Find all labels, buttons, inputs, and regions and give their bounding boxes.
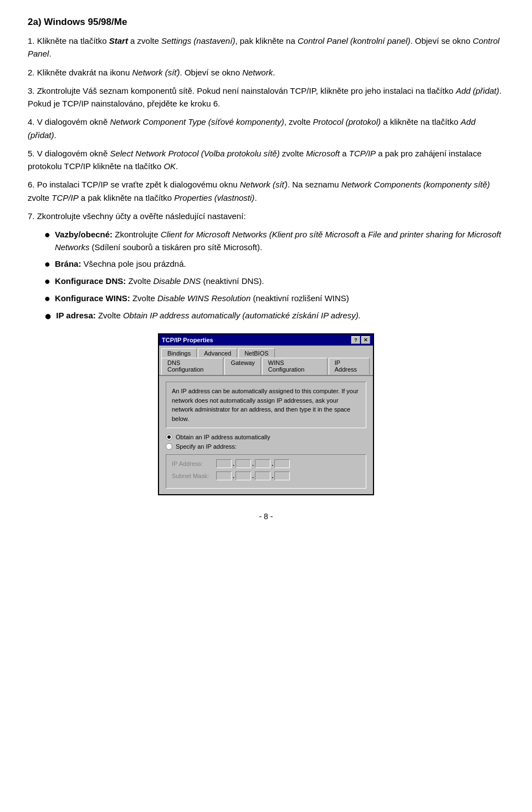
bullet-text-dns: Konfigurace DNS: Zvolte Disable DNS (nea… — [55, 275, 504, 287]
bullet-item-ip: ● IP adresa: Zvolte Obtain IP address au… — [44, 309, 504, 323]
ip-octet-1[interactable] — [216, 459, 232, 468]
subnet-mask-input: . . . — [216, 471, 290, 480]
help-button[interactable]: ? — [351, 336, 360, 344]
close-button[interactable]: ✕ — [361, 336, 370, 344]
tab-ip-address[interactable]: IP Address — [329, 358, 370, 375]
paragraph-7: 7. Zkontrolujte všechny účty a ověřte ná… — [28, 210, 504, 222]
dialog-title: TCP/IP Properties — [162, 337, 213, 343]
bullet-section: ● Vazby/obecné: Zkontrolujte Client for … — [44, 228, 504, 323]
ip-octet-4[interactable] — [274, 459, 290, 468]
tabs-row2: DNS Configuration Gateway WINS Configura… — [159, 358, 373, 376]
bullet-text-gateway: Brána: Všechna pole jsou prázdná. — [55, 257, 504, 270]
ip-address-row: IP Address: . . . — [172, 459, 360, 468]
subnet-dot-1: . — [233, 473, 234, 479]
ip-address-label: IP Address: — [172, 460, 216, 467]
subnet-octet-4[interactable] — [274, 471, 290, 480]
info-text-box: An IP address can be automatically assig… — [166, 382, 366, 428]
ip-octet-2[interactable] — [236, 459, 251, 468]
subnet-mask-row: Subnet Mask: . . . — [172, 471, 360, 480]
bullet-text-ip: IP adresa: Zvolte Obtain IP address auto… — [56, 309, 504, 322]
bullet-item-gateway: ● Brána: Všechna pole jsou prázdná. — [44, 257, 504, 271]
bullet-dot: ● — [44, 275, 50, 288]
radio-specify-ip[interactable] — [166, 443, 172, 450]
dialog-titlebar: TCP/IP Properties ? ✕ — [159, 334, 373, 346]
radio-auto-ip-label: Obtain an IP address automatically — [176, 434, 270, 440]
subnet-octet-3[interactable] — [255, 471, 270, 480]
ip-dot-3: . — [272, 460, 273, 467]
radio-row-auto: Obtain an IP address automatically — [166, 434, 366, 440]
tab-wins-configuration[interactable]: WINS Configuration — [262, 358, 328, 375]
tabs-row1: Bindings Advanced NetBIOS — [159, 346, 373, 359]
paragraph-4: 4. V dialogovém okně Network Component T… — [28, 115, 504, 141]
tabs-row1-container: Bindings Advanced NetBIOS — [159, 346, 373, 359]
ip-dot-1: . — [233, 460, 234, 467]
paragraph-3: 3. Zkontrolujte Váš seznam komponentů sí… — [28, 84, 504, 110]
dialog-body: An IP address can be automatically assig… — [159, 376, 373, 494]
radio-section: Obtain an IP address automatically Speci… — [166, 434, 366, 450]
tab-gateway[interactable]: Gateway — [224, 358, 260, 375]
subnet-dot-2: . — [252, 473, 254, 479]
ip-dot-2: . — [252, 460, 254, 467]
tab-dns-configuration[interactable]: DNS Configuration — [161, 358, 223, 375]
bullet-dot: ● — [44, 228, 50, 242]
bullet-text-wins: Konfigurace WINS: Zvolte Disable WINS Re… — [55, 292, 504, 304]
bullet-dot: ● — [44, 292, 50, 306]
bullet-dot: ● — [44, 257, 50, 271]
tab-bindings[interactable]: Bindings — [161, 348, 197, 358]
ip-input-section: IP Address: . . . Subnet Ma — [166, 454, 366, 489]
bullet-item-dns: ● Konfigurace DNS: Zvolte Disable DNS (n… — [44, 275, 504, 288]
tabs-row2-container: DNS Configuration Gateway WINS Configura… — [159, 358, 373, 376]
subnet-dot-3: . — [272, 473, 273, 479]
tcpip-properties-dialog: TCP/IP Properties ? ✕ Bindings Advanced … — [158, 333, 374, 495]
paragraph-1: 1. Klikněte na tlačítko Start a zvolte S… — [28, 34, 504, 60]
tab-netbios[interactable]: NetBIOS — [238, 348, 274, 358]
tab-advanced[interactable]: Advanced — [198, 348, 237, 358]
bullet-item-wins: ● Konfigurace WINS: Zvolte Disable WINS … — [44, 292, 504, 306]
subnet-octet-1[interactable] — [216, 471, 232, 480]
ip-address-input: . . . — [216, 459, 290, 468]
ip-octet-3[interactable] — [255, 459, 270, 468]
dialog-container: TCP/IP Properties ? ✕ Bindings Advanced … — [28, 333, 504, 495]
titlebar-buttons: ? ✕ — [351, 336, 370, 344]
radio-specify-ip-label: Specify an IP address: — [176, 443, 237, 450]
page-content: 2a) Windows 95/98/Me 1. Klikněte na tlač… — [28, 17, 504, 521]
paragraph-5: 5. V dialogovém okně Select Network Prot… — [28, 147, 504, 173]
info-text: An IP address can be automatically assig… — [172, 388, 359, 422]
paragraph-6: 6. Po instalaci TCP/IP se vraťte zpět k … — [28, 178, 504, 204]
bullet-text-bindings: Vazby/obecné: Zkontrolujte Client for Mi… — [55, 228, 504, 254]
bullet-dot: ● — [44, 309, 52, 323]
page-number: - 8 - — [28, 512, 504, 521]
page-heading: 2a) Windows 95/98/Me — [28, 17, 504, 28]
bullet-item-bindings: ● Vazby/obecné: Zkontrolujte Client for … — [44, 228, 504, 254]
radio-row-specify: Specify an IP address: — [166, 443, 366, 450]
radio-auto-ip[interactable] — [166, 434, 172, 440]
subnet-mask-label: Subnet Mask: — [172, 473, 216, 479]
subnet-octet-2[interactable] — [236, 471, 251, 480]
paragraph-2: 2. Klikněte dvakrát na ikonu Network (sí… — [28, 66, 504, 79]
